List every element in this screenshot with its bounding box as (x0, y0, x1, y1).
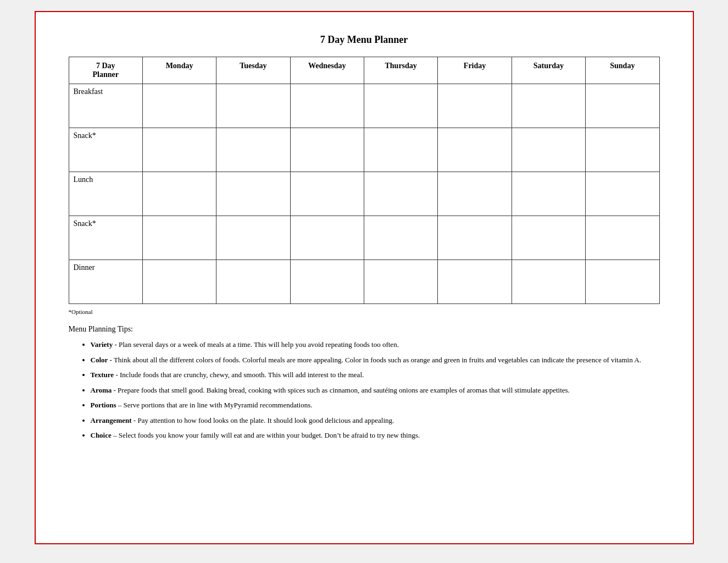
col-tuesday: Tuesday (216, 57, 290, 84)
list-item: Variety - Plan several days or a week of… (91, 339, 660, 350)
list-item: Texture - Include foods that are crunchy… (91, 369, 660, 380)
table-header-label: 7 DayPlanner (69, 57, 142, 84)
planner-table: 7 DayPlanner Monday Tuesday Wednesday Th… (69, 57, 660, 304)
tip-text: - Think about all the different colors o… (108, 356, 641, 364)
tip-text: - Include foods that are crunchy, chewy,… (114, 371, 364, 379)
list-item: Choice – Select foods you know your fami… (91, 430, 660, 441)
cell-snack2-monday[interactable] (142, 216, 216, 260)
cell-lunch-wednesday[interactable] (290, 172, 364, 216)
cell-dinner-wednesday[interactable] (290, 260, 364, 304)
tip-bold: Texture (91, 371, 114, 379)
tips-title: Menu Planning Tips: (69, 325, 660, 334)
cell-snack1-wednesday[interactable] (290, 128, 364, 172)
cell-dinner-thursday[interactable] (364, 260, 438, 304)
row-label-dinner: Dinner (69, 260, 142, 304)
tip-text: - Prepare foods that smell good. Baking … (112, 386, 570, 394)
cell-snack1-sunday[interactable] (586, 128, 659, 172)
cell-snack2-tuesday[interactable] (216, 216, 290, 260)
tip-text: - Pay attention to how food looks on the… (132, 416, 394, 424)
cell-dinner-saturday[interactable] (512, 260, 585, 304)
list-item: Color - Think about all the different co… (91, 355, 660, 366)
cell-snack2-wednesday[interactable] (290, 216, 364, 260)
optional-note: *Optional (69, 308, 660, 315)
tip-text: – Serve portions that are in line with M… (116, 401, 312, 409)
cell-snack2-friday[interactable] (438, 216, 512, 260)
row-label-snack2: Snack* (69, 216, 142, 260)
table-row: Lunch (69, 172, 659, 216)
cell-dinner-monday[interactable] (142, 260, 216, 304)
table-row: Snack* (69, 216, 659, 260)
cell-dinner-sunday[interactable] (586, 260, 659, 304)
cell-lunch-monday[interactable] (142, 172, 216, 216)
cell-lunch-thursday[interactable] (364, 172, 438, 216)
cell-breakfast-wednesday[interactable] (290, 84, 364, 128)
page-container: 7 Day Menu Planner 7 DayPlanner Monday T… (35, 11, 694, 544)
cell-snack2-thursday[interactable] (364, 216, 438, 260)
tip-bold: Portions (91, 401, 116, 409)
tips-section: Menu Planning Tips: Variety - Plan sever… (69, 325, 660, 441)
cell-snack2-sunday[interactable] (586, 216, 659, 260)
table-row: Dinner (69, 260, 659, 304)
tip-text: - Plan several days or a week of meals a… (113, 340, 399, 349)
table-row: Breakfast (69, 84, 659, 128)
cell-snack2-saturday[interactable] (512, 216, 585, 260)
cell-snack1-friday[interactable] (438, 128, 512, 172)
col-friday: Friday (438, 57, 512, 84)
page-title: 7 Day Menu Planner (69, 34, 660, 46)
tip-bold: Color (91, 356, 108, 364)
row-label-snack1: Snack* (69, 128, 142, 172)
tip-bold: Variety (91, 340, 113, 349)
col-wednesday: Wednesday (290, 57, 364, 84)
cell-snack1-saturday[interactable] (512, 128, 585, 172)
cell-breakfast-sunday[interactable] (586, 84, 659, 128)
tip-bold: Aroma (91, 386, 112, 394)
cell-dinner-tuesday[interactable] (216, 260, 290, 304)
list-item: Arrangement - Pay attention to how food … (91, 415, 660, 426)
cell-breakfast-tuesday[interactable] (216, 84, 290, 128)
table-row: Snack* (69, 128, 659, 172)
tip-bold: Arrangement (91, 416, 132, 424)
tip-bold: Choice (91, 431, 112, 439)
cell-breakfast-friday[interactable] (438, 84, 512, 128)
cell-lunch-saturday[interactable] (512, 172, 585, 216)
list-item: Aroma - Prepare foods that smell good. B… (91, 385, 660, 396)
row-label-lunch: Lunch (69, 172, 142, 216)
cell-breakfast-saturday[interactable] (512, 84, 585, 128)
cell-breakfast-monday[interactable] (142, 84, 216, 128)
cell-lunch-tuesday[interactable] (216, 172, 290, 216)
list-item: Portions – Serve portions that are in li… (91, 400, 660, 411)
cell-snack1-tuesday[interactable] (216, 128, 290, 172)
col-saturday: Saturday (512, 57, 585, 84)
row-label-breakfast: Breakfast (69, 84, 142, 128)
tips-list: Variety - Plan several days or a week of… (69, 339, 660, 441)
tip-text: – Select foods you know your family will… (112, 431, 420, 439)
cell-lunch-friday[interactable] (438, 172, 512, 216)
col-sunday: Sunday (586, 57, 659, 84)
cell-breakfast-thursday[interactable] (364, 84, 438, 128)
cell-snack1-thursday[interactable] (364, 128, 438, 172)
col-thursday: Thursday (364, 57, 438, 84)
col-monday: Monday (142, 57, 216, 84)
cell-lunch-sunday[interactable] (586, 172, 659, 216)
cell-dinner-friday[interactable] (438, 260, 512, 304)
cell-snack1-monday[interactable] (142, 128, 216, 172)
